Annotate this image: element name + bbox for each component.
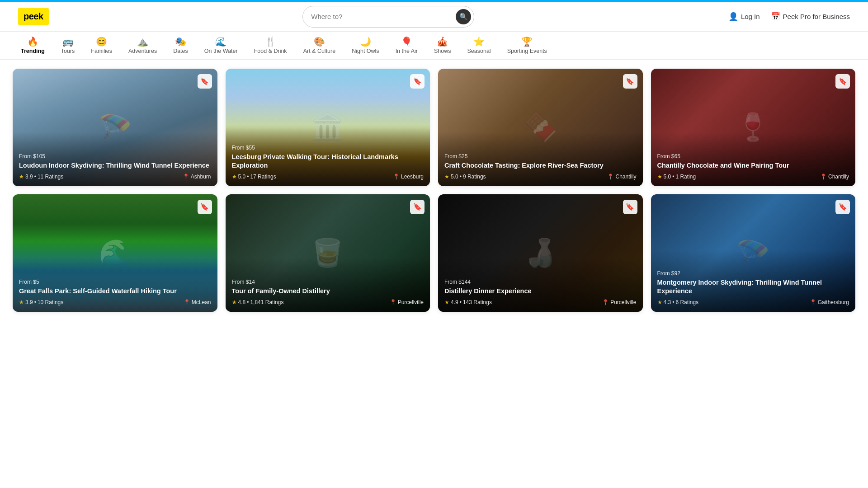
star-icon: ★ xyxy=(19,174,24,180)
card-location: 📍 McLean xyxy=(184,299,211,305)
bookmark-button[interactable]: 🔖 xyxy=(198,74,212,89)
card-location: 📍 Chantilly xyxy=(820,174,849,180)
night-owls-label: Night Owls xyxy=(352,48,379,54)
card-footer: ★ 3.9 • 10 Ratings 📍 McLean xyxy=(19,299,211,305)
nav-item-sporting-events[interactable]: 🏆 Sporting Events xyxy=(501,32,553,60)
header: peek 🔍 👤 Log In 📅 Peek Pro for Business xyxy=(0,2,868,32)
food-drink-label: Food & Drink xyxy=(254,48,287,54)
nav-item-seasonal[interactable]: ⭐ Seasonal xyxy=(461,32,497,60)
card-title: Tour of Family-Owned Distillery xyxy=(232,287,424,296)
user-icon: 👤 xyxy=(728,12,738,22)
card-location: 📍 Gaithersburg xyxy=(810,299,849,305)
seasonal-icon: ⭐ xyxy=(473,36,485,47)
star-icon: ★ xyxy=(232,174,237,180)
card-rating: ★ 4.8 • 1,841 Ratings xyxy=(232,299,284,305)
card-location: 📍 Leesburg xyxy=(393,174,424,180)
nav-item-adventures[interactable]: ⛰️ Adventures xyxy=(122,32,163,60)
card-rating: ★ 3.9 • 10 Ratings xyxy=(19,299,63,305)
night-owls-icon: 🌙 xyxy=(360,36,371,47)
bookmark-button[interactable]: 🔖 xyxy=(835,200,850,214)
search-input[interactable] xyxy=(311,13,456,20)
adventures-icon: ⛰️ xyxy=(137,36,148,47)
adventures-label: Adventures xyxy=(128,48,157,54)
dates-icon: 🎭 xyxy=(175,36,186,47)
nav-item-food-drink[interactable]: 🍴 Food & Drink xyxy=(248,32,293,60)
activity-card[interactable]: 🏛️ 🔖 From $55 Leesburg Private Walking T… xyxy=(226,69,430,186)
cards-grid: 🪂 🔖 From $105 Loudoun Indoor Skydiving: … xyxy=(13,69,855,312)
shows-icon: 🎪 xyxy=(437,36,448,47)
main-content: 🪂 🔖 From $105 Loudoun Indoor Skydiving: … xyxy=(0,60,868,321)
activity-card[interactable]: 🥃 🔖 From $14 Tour of Family-Owned Distil… xyxy=(226,194,430,312)
card-price: From $55 xyxy=(232,145,424,151)
location-icon: 📍 xyxy=(810,299,816,305)
card-rating: ★ 4.9 • 143 Ratings xyxy=(444,299,492,305)
bookmark-button[interactable]: 🔖 xyxy=(623,74,637,89)
bookmark-button[interactable]: 🔖 xyxy=(623,200,637,214)
card-price: From $105 xyxy=(19,153,211,160)
card-price: From $25 xyxy=(444,153,637,160)
card-footer: ★ 5.0 • 9 Ratings 📍 Chantilly xyxy=(444,174,637,180)
nav-item-families[interactable]: 😊 Families xyxy=(85,32,118,60)
card-overlay: From $55 Leesburg Private Walking Tour: … xyxy=(226,117,430,186)
search-icon: 🔍 xyxy=(459,13,468,21)
card-title: Leesburg Private Walking Tour: Historica… xyxy=(232,153,424,170)
card-footer: ★ 5.0 • 17 Ratings 📍 Leesburg xyxy=(232,174,424,180)
sporting-events-icon: 🏆 xyxy=(521,36,533,47)
card-location: 📍 Chantilly xyxy=(607,174,636,180)
trending-icon: 🔥 xyxy=(27,36,38,47)
families-label: Families xyxy=(91,48,112,54)
tours-icon: 🚌 xyxy=(62,36,74,47)
star-icon: ★ xyxy=(444,299,449,305)
activity-card[interactable]: 🌊 🔖 From $5 Great Falls Park: Self-Guide… xyxy=(13,194,217,312)
activity-card[interactable]: 🍷 🔖 From $65 Chantilly Chocolate and Win… xyxy=(651,69,856,186)
activity-card[interactable]: 🪂 🔖 From $92 Montgomery Indoor Skydiving… xyxy=(651,194,856,312)
location-icon: 📍 xyxy=(607,174,614,180)
card-overlay: From $144 Distillery Dinner Experience ★… xyxy=(438,252,643,312)
card-title: Great Falls Park: Self-Guided Waterfall … xyxy=(19,287,211,296)
food-drink-icon: 🍴 xyxy=(265,36,276,47)
on-the-water-label: On the Water xyxy=(204,48,238,54)
bookmark-button[interactable]: 🔖 xyxy=(410,200,425,214)
calendar-icon: 📅 xyxy=(771,12,780,21)
card-title: Craft Chocolate Tasting: Explore River-S… xyxy=(444,161,637,170)
art-culture-icon: 🎨 xyxy=(314,36,325,47)
card-rating: ★ 3.9 • 11 Ratings xyxy=(19,174,63,180)
bookmark-button[interactable]: 🔖 xyxy=(410,74,425,89)
search-button[interactable]: 🔍 xyxy=(456,9,471,24)
card-footer: ★ 3.9 • 11 Ratings 📍 Ashburn xyxy=(19,174,211,180)
activity-card[interactable]: 🍶 🔖 From $144 Distillery Dinner Experien… xyxy=(438,194,643,312)
location-icon: 📍 xyxy=(820,174,827,180)
shows-label: Shows xyxy=(434,48,451,54)
nav-item-night-owls[interactable]: 🌙 Night Owls xyxy=(345,32,385,60)
card-price: From $65 xyxy=(657,153,849,160)
nav-item-on-the-water[interactable]: 🌊 On the Water xyxy=(198,32,244,60)
nav-item-tours[interactable]: 🚌 Tours xyxy=(55,32,81,60)
nav-item-art-culture[interactable]: 🎨 Art & Culture xyxy=(297,32,342,60)
nav-item-dates[interactable]: 🎭 Dates xyxy=(167,32,194,60)
art-culture-label: Art & Culture xyxy=(303,48,336,54)
nav-item-shows[interactable]: 🎪 Shows xyxy=(428,32,458,60)
card-footer: ★ 5.0 • 1 Rating 📍 Chantilly xyxy=(657,174,849,180)
card-title: Loudoun Indoor Skydiving: Thrilling Wind… xyxy=(19,161,211,170)
logo[interactable]: peek xyxy=(18,8,49,25)
login-button[interactable]: 👤 Log In xyxy=(728,12,760,22)
bookmark-button[interactable]: 🔖 xyxy=(835,74,850,89)
nav-item-in-the-air[interactable]: 🎈 In the Air xyxy=(389,32,424,60)
nav-item-trending[interactable]: 🔥 Trending xyxy=(14,32,51,60)
activity-card[interactable]: 🪂 🔖 From $105 Loudoun Indoor Skydiving: … xyxy=(13,69,217,186)
dates-label: Dates xyxy=(173,48,188,54)
star-icon: ★ xyxy=(444,174,449,180)
card-footer: ★ 4.8 • 1,841 Ratings 📍 Purcellville xyxy=(232,299,424,305)
activity-card[interactable]: 🍫 🔖 From $25 Craft Chocolate Tasting: Ex… xyxy=(438,69,643,186)
bookmark-button[interactable]: 🔖 xyxy=(198,200,212,214)
card-overlay: From $65 Chantilly Chocolate and Wine Pa… xyxy=(651,126,856,186)
in-the-air-label: In the Air xyxy=(396,48,418,54)
card-overlay: From $14 Tour of Family-Owned Distillery… xyxy=(226,252,430,312)
category-nav: 🔥 Trending 🚌 Tours 😊 Families ⛰️ Adventu… xyxy=(0,32,868,60)
peek-pro-button[interactable]: 📅 Peek Pro for Business xyxy=(771,12,850,21)
star-icon: ★ xyxy=(232,299,237,305)
card-location: 📍 Ashburn xyxy=(183,174,211,180)
location-icon: 📍 xyxy=(183,174,189,180)
card-rating: ★ 5.0 • 17 Ratings xyxy=(232,174,276,180)
location-icon: 📍 xyxy=(184,299,190,305)
